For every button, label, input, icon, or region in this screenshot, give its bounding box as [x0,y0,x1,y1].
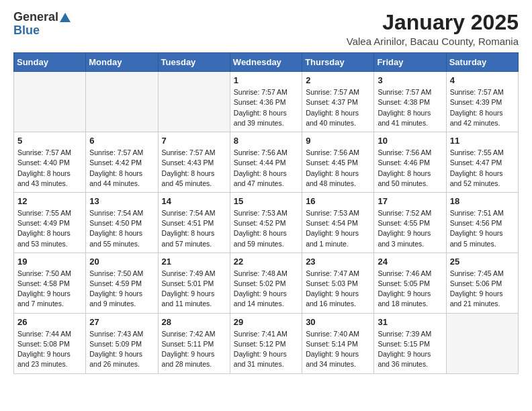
calendar-cell: 6Sunrise: 7:57 AMSunset: 4:42 PMDaylight… [86,132,158,193]
week-row-0: 1Sunrise: 7:57 AMSunset: 4:36 PMDaylight… [14,72,519,132]
calendar-cell [446,313,518,373]
calendar-cell: 28Sunrise: 7:42 AMSunset: 5:11 PMDayligh… [158,313,230,373]
day-number: 7 [162,136,226,146]
day-number: 5 [17,136,82,146]
day-info: Sunrise: 7:41 AMSunset: 5:12 PMDaylight:… [234,329,298,370]
day-number: 20 [89,257,154,267]
day-info: Sunrise: 7:40 AMSunset: 5:14 PMDaylight:… [306,329,370,370]
calendar-cell: 23Sunrise: 7:47 AMSunset: 5:03 PMDayligh… [302,253,374,313]
day-info: Sunrise: 7:54 AMSunset: 4:50 PMDaylight:… [89,208,154,249]
logo-blue: Blue [13,24,40,38]
calendar-cell: 1Sunrise: 7:57 AMSunset: 4:36 PMDaylight… [230,72,302,132]
day-info: Sunrise: 7:53 AMSunset: 4:54 PMDaylight:… [306,208,370,249]
calendar-cell: 25Sunrise: 7:45 AMSunset: 5:06 PMDayligh… [446,253,518,313]
day-number: 28 [162,317,226,327]
day-info: Sunrise: 7:39 AMSunset: 5:15 PMDaylight:… [378,329,442,370]
location-title: Valea Arinilor, Bacau County, Romania [347,36,519,47]
day-number: 1 [234,75,298,85]
calendar-cell [158,72,230,132]
day-number: 16 [306,196,370,206]
calendar-cell: 30Sunrise: 7:40 AMSunset: 5:14 PMDayligh… [302,313,374,373]
calendar-cell: 12Sunrise: 7:55 AMSunset: 4:49 PMDayligh… [14,192,86,253]
day-number: 27 [89,317,154,327]
day-info: Sunrise: 7:51 AMSunset: 4:56 PMDaylight:… [450,208,515,249]
day-number: 9 [306,136,370,146]
day-number: 19 [17,257,82,267]
day-number: 29 [234,317,298,327]
day-number: 6 [89,136,154,146]
day-number: 26 [17,317,82,327]
day-info: Sunrise: 7:47 AMSunset: 5:03 PMDaylight:… [306,269,370,310]
day-info: Sunrise: 7:57 AMSunset: 4:39 PMDaylight:… [450,87,515,128]
day-number: 17 [378,196,442,206]
calendar-cell: 18Sunrise: 7:51 AMSunset: 4:56 PMDayligh… [446,192,518,253]
day-info: Sunrise: 7:48 AMSunset: 5:02 PMDaylight:… [234,269,298,310]
day-info: Sunrise: 7:57 AMSunset: 4:42 PMDaylight:… [89,148,154,189]
month-title: January 2025 [347,11,519,34]
day-info: Sunrise: 7:57 AMSunset: 4:43 PMDaylight:… [162,148,226,189]
day-number: 30 [306,317,370,327]
day-info: Sunrise: 7:55 AMSunset: 4:47 PMDaylight:… [450,148,515,189]
weekday-monday: Monday [86,53,158,72]
calendar-cell [14,72,86,132]
calendar-cell: 22Sunrise: 7:48 AMSunset: 5:02 PMDayligh… [230,253,302,313]
day-info: Sunrise: 7:55 AMSunset: 4:49 PMDaylight:… [17,208,82,249]
calendar-cell [86,72,158,132]
day-info: Sunrise: 7:50 AMSunset: 4:59 PMDaylight:… [89,269,154,310]
day-info: Sunrise: 7:49 AMSunset: 5:01 PMDaylight:… [162,269,226,310]
day-number: 3 [378,75,442,85]
day-number: 2 [306,75,370,85]
calendar-cell: 5Sunrise: 7:57 AMSunset: 4:40 PMDaylight… [14,132,86,193]
calendar-cell: 10Sunrise: 7:56 AMSunset: 4:46 PMDayligh… [374,132,446,193]
day-info: Sunrise: 7:57 AMSunset: 4:40 PMDaylight:… [17,148,82,189]
calendar-cell: 7Sunrise: 7:57 AMSunset: 4:43 PMDaylight… [158,132,230,193]
calendar-cell: 16Sunrise: 7:53 AMSunset: 4:54 PMDayligh… [302,192,374,253]
calendar-cell: 19Sunrise: 7:50 AMSunset: 4:58 PMDayligh… [14,253,86,313]
weekday-wednesday: Wednesday [230,53,302,72]
day-info: Sunrise: 7:52 AMSunset: 4:55 PMDaylight:… [378,208,442,249]
calendar-cell: 3Sunrise: 7:57 AMSunset: 4:38 PMDaylight… [374,72,446,132]
day-number: 15 [234,196,298,206]
calendar-cell: 27Sunrise: 7:43 AMSunset: 5:09 PMDayligh… [86,313,158,373]
week-row-1: 5Sunrise: 7:57 AMSunset: 4:40 PMDaylight… [14,132,519,193]
svg-marker-0 [60,13,71,22]
day-number: 11 [450,136,515,146]
day-number: 4 [450,75,515,85]
weekday-tuesday: Tuesday [158,53,230,72]
week-row-2: 12Sunrise: 7:55 AMSunset: 4:49 PMDayligh… [14,192,519,253]
calendar-cell: 11Sunrise: 7:55 AMSunset: 4:47 PMDayligh… [446,132,518,193]
weekday-friday: Friday [374,53,446,72]
calendar-cell: 13Sunrise: 7:54 AMSunset: 4:50 PMDayligh… [86,192,158,253]
calendar-cell: 17Sunrise: 7:52 AMSunset: 4:55 PMDayligh… [374,192,446,253]
day-info: Sunrise: 7:56 AMSunset: 4:45 PMDaylight:… [306,148,370,189]
day-number: 21 [162,257,226,267]
day-info: Sunrise: 7:43 AMSunset: 5:09 PMDaylight:… [89,329,154,370]
day-number: 23 [306,257,370,267]
calendar-cell: 15Sunrise: 7:53 AMSunset: 4:52 PMDayligh… [230,192,302,253]
weekday-saturday: Saturday [446,53,518,72]
calendar-cell: 26Sunrise: 7:44 AMSunset: 5:08 PMDayligh… [14,313,86,373]
day-info: Sunrise: 7:45 AMSunset: 5:06 PMDaylight:… [450,269,515,310]
day-info: Sunrise: 7:44 AMSunset: 5:08 PMDaylight:… [17,329,82,370]
calendar-cell: 21Sunrise: 7:49 AMSunset: 5:01 PMDayligh… [158,253,230,313]
day-number: 13 [89,196,154,206]
week-row-3: 19Sunrise: 7:50 AMSunset: 4:58 PMDayligh… [14,253,519,313]
calendar-cell: 8Sunrise: 7:56 AMSunset: 4:44 PMDaylight… [230,132,302,193]
day-info: Sunrise: 7:57 AMSunset: 4:37 PMDaylight:… [306,87,370,128]
logo-general: General [13,11,58,24]
calendar-cell: 20Sunrise: 7:50 AMSunset: 4:59 PMDayligh… [86,253,158,313]
day-number: 10 [378,136,442,146]
day-info: Sunrise: 7:46 AMSunset: 5:05 PMDaylight:… [378,269,442,310]
calendar-cell: 24Sunrise: 7:46 AMSunset: 5:05 PMDayligh… [374,253,446,313]
day-info: Sunrise: 7:54 AMSunset: 4:51 PMDaylight:… [162,208,226,249]
calendar-cell: 2Sunrise: 7:57 AMSunset: 4:37 PMDaylight… [302,72,374,132]
calendar-table: SundayMondayTuesdayWednesdayThursdayFrid… [13,52,519,373]
day-number: 12 [17,196,82,206]
logo: General Blue [13,11,71,38]
day-number: 24 [378,257,442,267]
weekday-sunday: Sunday [14,53,86,72]
day-info: Sunrise: 7:50 AMSunset: 4:58 PMDaylight:… [17,269,82,310]
calendar-cell: 31Sunrise: 7:39 AMSunset: 5:15 PMDayligh… [374,313,446,373]
day-number: 8 [234,136,298,146]
day-info: Sunrise: 7:53 AMSunset: 4:52 PMDaylight:… [234,208,298,249]
